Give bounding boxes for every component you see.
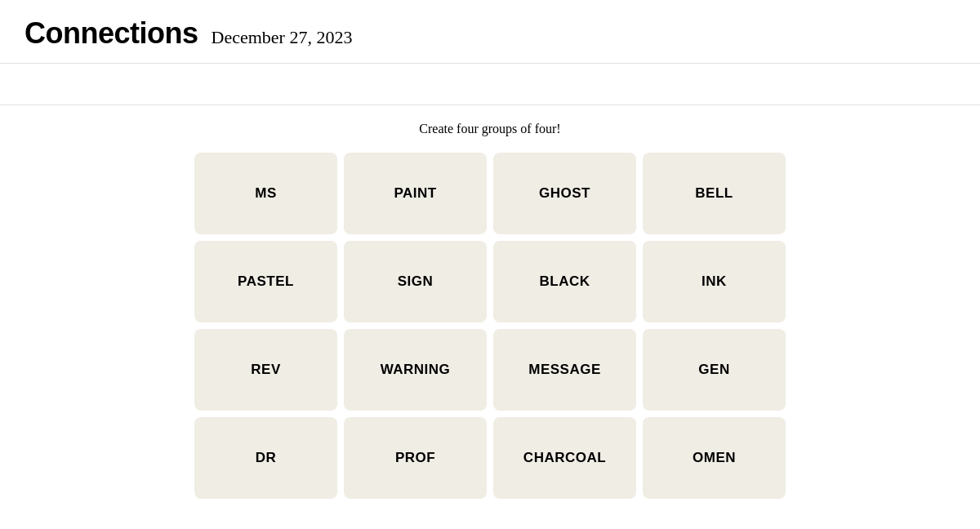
tile-dr[interactable]: DR (194, 417, 337, 499)
tile-sign[interactable]: SIGN (344, 241, 487, 322)
game-instruction: Create four groups of four! (419, 122, 560, 136)
app-title: Connections (24, 16, 198, 51)
tile-label-ink: INK (702, 273, 727, 290)
tile-label-black: BLACK (540, 273, 590, 290)
tile-label-ghost: GHOST (539, 185, 590, 202)
tile-label-warning: WARNING (381, 362, 451, 378)
tile-bell[interactable]: BELL (643, 153, 786, 234)
tile-black[interactable]: BLACK (493, 241, 636, 322)
tile-omen[interactable]: OMEN (643, 417, 786, 499)
page-header: Connections December 27, 2023 (0, 0, 980, 63)
main-content: Create four groups of four! MSPAINTGHOST… (0, 105, 980, 529)
tile-label-message: MESSAGE (528, 362, 601, 378)
tile-charcoal[interactable]: CHARCOAL (493, 417, 636, 499)
tile-grid: MSPAINTGHOSTBELLPASTELSIGNBLACKINKREVWAR… (194, 153, 786, 499)
tile-label-charcoal: CHARCOAL (523, 450, 606, 466)
tile-pastel[interactable]: PASTEL (194, 241, 337, 322)
tile-label-paint: PAINT (394, 185, 436, 202)
tile-prof[interactable]: PROF (344, 417, 487, 499)
tile-label-prof: PROF (395, 450, 435, 466)
tile-label-dr: DR (256, 450, 277, 466)
tile-ms[interactable]: MS (194, 153, 337, 234)
tile-label-gen: GEN (698, 362, 729, 378)
tile-label-pastel: PASTEL (238, 273, 294, 290)
tile-paint[interactable]: PAINT (344, 153, 487, 234)
tile-ink[interactable]: INK (643, 241, 786, 322)
tile-label-bell: BELL (695, 185, 733, 202)
header-spacer (0, 64, 980, 104)
tile-label-omen: OMEN (693, 450, 736, 466)
tile-label-sign: SIGN (398, 273, 434, 290)
tile-message[interactable]: MESSAGE (493, 329, 636, 411)
tile-rev[interactable]: REV (194, 329, 337, 411)
tile-ghost[interactable]: GHOST (493, 153, 636, 234)
header-date: December 27, 2023 (212, 27, 353, 48)
tile-label-ms: MS (255, 185, 277, 202)
tile-gen[interactable]: GEN (643, 329, 786, 411)
tile-label-rev: REV (251, 362, 280, 378)
tile-warning[interactable]: WARNING (344, 329, 487, 411)
